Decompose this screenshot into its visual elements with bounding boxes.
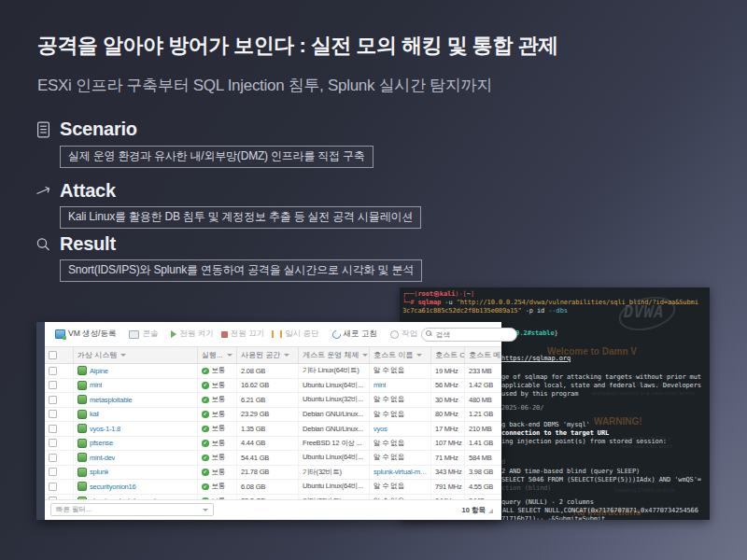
column-header[interactable]: 호스트 C...	[430, 347, 464, 363]
vm-name-link[interactable]: metasploitable	[90, 396, 133, 404]
status-label: 보통	[212, 468, 226, 477]
used-space-cell: 23.29 GB	[236, 408, 298, 422]
host-mem-cell: 1.21 GB	[464, 408, 501, 422]
vm-icon	[78, 468, 87, 477]
table-row[interactable]: mint-dev✓보통54.41 GBUbuntu Linux(64비...알 …	[45, 451, 501, 466]
host-mem-cell: 3.98 GB	[464, 466, 501, 480]
section-title: Attack	[60, 180, 116, 202]
toolbar-button-console[interactable]: 콘솔	[129, 329, 158, 340]
status-cell: ✓보통	[197, 422, 236, 436]
guest-os-cell: Ubuntu Linux(64비...	[298, 480, 369, 494]
column-header[interactable]: 게스트 운영 체제	[298, 347, 369, 363]
host-cpu-cell: 56 MHz	[430, 379, 464, 393]
table-row[interactable]: metasploitable✓보통6.21 GBUbuntu Linux(32비…	[45, 393, 501, 408]
vm-icon	[78, 439, 87, 448]
column-header[interactable]: 가상 시스템	[73, 347, 197, 363]
row-checkbox[interactable]	[49, 483, 57, 491]
vm-table-body: Alpine✓보통2.08 GB기타 Linux(64비트)알 수 없음19 M…	[45, 364, 501, 499]
status-ok-icon: ✓	[202, 483, 209, 491]
terminal-line: ┌──(root㉿kali)-[~]	[402, 290, 474, 298]
table-row[interactable]: pfsense✓보통4.44 GBFreeBSD 12 이상 ...알 수 없음…	[45, 437, 501, 452]
toolbar-label: 콘솔	[142, 329, 158, 340]
page-subtitle: ESXi 인프라 구축부터 SQL Injection 침투, Splunk 실…	[37, 75, 492, 96]
status-label: 보통	[212, 366, 226, 375]
terminal-line: used by this program	[501, 390, 578, 398]
column-header[interactable]: 호스트 이름	[369, 347, 430, 363]
vm-name-link[interactable]: securityonion16	[90, 483, 136, 491]
resize-handle-icon[interactable]	[488, 509, 493, 513]
host-name-cell: 알 수 없음	[369, 408, 430, 422]
table-row[interactable]: Alpine✓보통2.08 GB기타 Linux(64비트)알 수 없음19 M…	[45, 364, 501, 379]
select-all-checkbox[interactable]	[49, 351, 57, 359]
host-name-link[interactable]: vyos	[374, 425, 388, 433]
row-checkbox-cell	[45, 422, 73, 436]
toolbar-button-vm-create[interactable]: VM 생성/등록	[55, 329, 116, 340]
table-row[interactable]: mint✓보통16.62 GBUbuntu Linux(64비...mint56…	[45, 379, 501, 394]
row-checkbox-cell	[45, 466, 73, 480]
row-checkbox[interactable]	[49, 410, 57, 418]
vm-name-link[interactable]: Alpine	[90, 367, 108, 375]
host-name-cell: 알 수 없음	[369, 480, 430, 494]
host-name-link[interactable]: splunk-virtual-mac...	[374, 468, 430, 476]
vm-icon	[78, 395, 87, 404]
guest-os-cell: Ubuntu Linux(64비...	[298, 379, 369, 393]
toolbar-button-power-off[interactable]: 전원 끄기	[221, 329, 264, 340]
row-checkbox-cell	[45, 393, 73, 407]
vm-name-cell: splunk	[73, 466, 197, 480]
toolbar-button-actions[interactable]: 작업	[390, 329, 417, 340]
status-label: 보통	[212, 410, 226, 419]
guest-os-cell: FreeBSD 12 이상 ...	[298, 437, 369, 451]
host-cpu-cell: 343 MHz	[430, 466, 464, 480]
column-header-label: 가상 시스템	[78, 350, 117, 360]
vm-name-link[interactable]: mint-dev	[90, 454, 115, 462]
toolbar-label: 새로 고침	[344, 329, 377, 340]
column-header-label: 게스트 운영 체제	[303, 350, 359, 360]
host-mem-cell: 4.55 GB	[464, 480, 501, 494]
vm-icon	[78, 424, 87, 433]
table-row[interactable]: kali✓보통23.29 GBDebian GNU/Linux...알 수 없음…	[45, 408, 501, 423]
search-box	[421, 328, 517, 342]
terminal-line: ing injection point(s) from stored sessi…	[501, 438, 667, 445]
vm-name-link[interactable]: kali	[90, 410, 99, 418]
toolbar-button-refresh[interactable]: 새로 고침	[332, 329, 377, 340]
host-mem-cell: 584 MB	[464, 451, 501, 465]
chevron-down-icon	[227, 354, 233, 357]
terminal-line: connection to the target URL	[501, 429, 609, 437]
page-title: 공격을 알아야 방어가 보인다 : 실전 모의 해킹 및 통합 관제	[37, 32, 557, 60]
vm-name-link[interactable]: vyos-1-1.8	[90, 425, 120, 433]
power-off-icon	[221, 331, 228, 338]
vm-name-link[interactable]: pfsense	[90, 439, 113, 447]
host-name-link[interactable]: mint	[374, 381, 386, 389]
table-row[interactable]: splunk✓보통21.78 GB기타(32비트)splunk-virtual-…	[45, 466, 501, 481]
vm-name-link[interactable]: mint	[90, 381, 102, 389]
column-header[interactable]: 호스트 메...	[464, 347, 501, 363]
row-checkbox[interactable]	[49, 396, 57, 404]
host-name-cell: mint	[369, 379, 430, 393]
quick-filter-dropdown[interactable]: 빠른 필터...	[50, 503, 214, 516]
toolbar-button-suspend[interactable]: 일시 중단	[272, 329, 318, 340]
row-checkbox[interactable]	[49, 425, 57, 433]
toolbar-button-power-on[interactable]: 전원 켜기	[171, 329, 213, 340]
host-cpu-cell: 17 MHz	[430, 422, 464, 436]
search-input[interactable]	[421, 328, 517, 342]
terminal-line: d	[501, 458, 505, 466]
row-checkbox[interactable]	[49, 454, 57, 462]
status-ok-icon: ✓	[202, 469, 209, 476]
section-result-desc: Snort(IDS/IPS)와 Splunk를 연동하여 공격을 실시간으로 시…	[60, 259, 422, 282]
column-header[interactable]: 사용된 공간	[236, 347, 298, 363]
column-header[interactable]: 실행...	[197, 347, 236, 363]
table-row[interactable]: securityonion16✓보통6.08 GBUbuntu Linux(64…	[45, 480, 501, 495]
toolbar-label: 전원 켜기	[179, 329, 213, 340]
row-checkbox[interactable]	[49, 468, 57, 476]
quick-filter-label: 빠른 필터...	[56, 505, 92, 514]
host-cpu-cell: 19 MHz	[430, 364, 464, 378]
document-icon	[35, 121, 51, 138]
vm-name-link[interactable]: splunk	[90, 468, 108, 476]
table-row[interactable]: vyos-1-1.8✓보통1.35 GBDebian GNU/Linux...v…	[45, 422, 501, 437]
row-checkbox[interactable]	[49, 439, 57, 447]
row-checkbox[interactable]	[49, 381, 57, 389]
terminal-line: 2 AND time-based blind (query SLEEP)	[501, 468, 640, 475]
arrow-right-icon	[35, 183, 51, 200]
vm-name-cell: vyos-1-1.8	[73, 422, 197, 436]
row-checkbox[interactable]	[49, 367, 57, 375]
